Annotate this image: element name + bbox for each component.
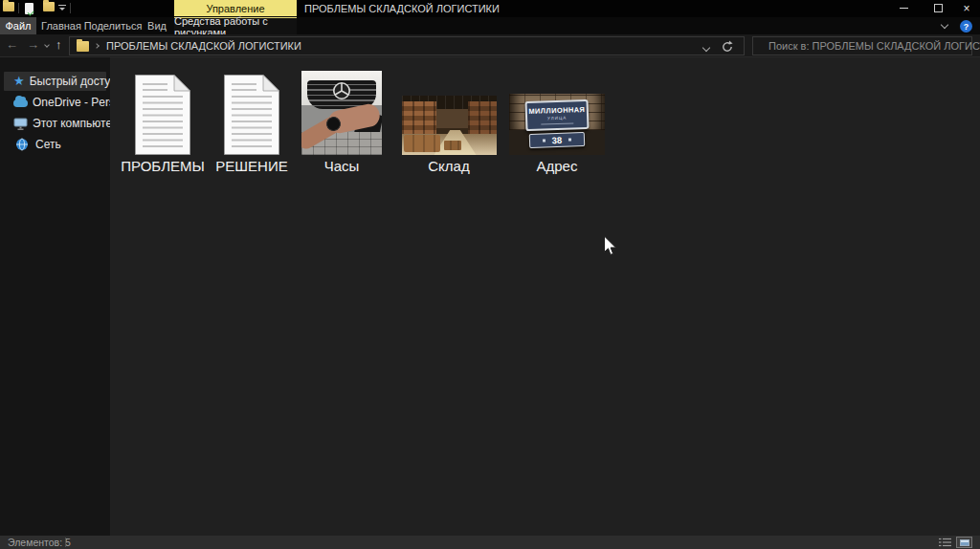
items-count: Элементов: 5 [8, 537, 71, 548]
close-button[interactable]: × [953, 0, 980, 16]
list-view-icon [939, 538, 951, 547]
chevron-down-icon [44, 42, 50, 48]
file-adres[interactable]: МИЛЛИОННАЯ УЛИЦА 38 Адрес [504, 67, 610, 174]
search-box[interactable]: Поиск в: ПРОБЛЕМЫ СКЛАДСКОЙ ЛОГИСТИКИ [752, 36, 972, 55]
back-button[interactable]: ← [6, 38, 18, 52]
breadcrumb[interactable]: ПРОБЛЕМЫ СКЛАДСКОЙ ЛОГИСТИКИ [106, 40, 301, 52]
chevron-down-icon [941, 21, 948, 29]
close-icon: × [963, 3, 969, 14]
street-sign-photo-thumbnail: МИЛЛИОННАЯ УЛИЦА 38 [509, 94, 605, 155]
file-label: Склад [396, 158, 501, 174]
thumbnails-view-icon [960, 539, 969, 546]
sidebar-item-network[interactable]: Сеть [4, 135, 106, 154]
street-name-sign: МИЛЛИОННАЯ УЛИЦА [524, 99, 589, 131]
tab-file[interactable]: Файл [0, 17, 36, 34]
house-number-text: 38 [552, 135, 563, 145]
properties-icon [25, 3, 33, 14]
mouse-cursor [603, 235, 617, 256]
sidebar-item-this-pc[interactable]: Этот компьютер [4, 114, 106, 133]
navigation-pane: ★ Быстрый доступ OneDrive - Personal Это… [0, 57, 110, 536]
help-button[interactable]: ? [960, 20, 972, 33]
tab-view[interactable]: Вид [144, 17, 170, 34]
search-placeholder: Поиск в: ПРОБЛЕМЫ СКЛАДСКОЙ ЛОГИСТИКИ [768, 40, 980, 52]
separator [70, 3, 71, 13]
file-list-area: ПРОБЛЕМЫ РЕШЕНИЕ [110, 57, 980, 536]
address-bar[interactable]: ПРОБЛЕМЫ СКЛАДСКОЙ ЛОГИСТИКИ [69, 36, 745, 55]
sidebar-item-label: Быстрый доступ [30, 75, 117, 88]
up-button[interactable]: ↑ [56, 38, 62, 52]
breadcrumb-chevron-icon [94, 43, 100, 49]
dropdown-arrow-icon [59, 8, 65, 11]
ribbon-collapse-button[interactable] [942, 22, 947, 28]
qat-new-folder-button[interactable] [43, 2, 55, 11]
maximize-button[interactable] [924, 0, 951, 16]
chevron-down-icon [702, 44, 710, 52]
computer-icon [13, 118, 28, 130]
navigation-bar: ← → ↑ ПРОБЛЕМЫ СКЛАДСКОЙ ЛОГИСТИКИ Поиск… [0, 34, 980, 57]
house-number-sign: 38 [529, 132, 585, 148]
qat-customize-button[interactable] [58, 5, 66, 11]
forward-button[interactable]: → [27, 38, 39, 52]
star-icon: ★ [13, 76, 25, 87]
separator [65, 538, 66, 547]
sidebar-item-onedrive[interactable]: OneDrive - Personal [4, 93, 106, 112]
menu-lines-icon [58, 5, 66, 6]
maximize-icon [934, 4, 943, 12]
qat-properties-button[interactable] [25, 3, 33, 14]
network-icon [15, 138, 29, 151]
ribbon-tab-bar: Файл Главная Поделиться Вид Средства раб… [0, 17, 980, 34]
watch-photo-thumbnail [301, 71, 382, 155]
qat-folder-button[interactable] [3, 2, 14, 11]
address-dropdown-button[interactable] [703, 45, 709, 51]
contextual-group-tab[interactable]: Управление [174, 0, 297, 16]
refresh-icon [721, 40, 734, 54]
street-type-text: УЛИЦА [527, 115, 587, 121]
mercedes-star-icon [332, 81, 351, 104]
cloud-icon [13, 99, 28, 107]
separator [18, 3, 19, 13]
folder-icon [77, 41, 89, 52]
file-chasy[interactable]: Часы [289, 67, 394, 174]
file-sklad[interactable]: Склад [396, 67, 501, 174]
title-bar: Управление ПРОБЛЕМЫ СКЛАДСКОЙ ЛОГИСТИКИ … [0, 0, 980, 17]
document-icon [135, 75, 190, 155]
document-icon [224, 75, 279, 155]
details-view-button[interactable] [937, 537, 953, 548]
tab-home[interactable]: Главная [40, 17, 82, 34]
tab-share[interactable]: Поделиться [88, 17, 138, 34]
warehouse-photo-thumbnail [402, 96, 497, 155]
sidebar-item-label: Этот компьютер [33, 117, 119, 130]
tab-picture-tools[interactable]: Средства работы с рисунками [174, 17, 297, 34]
file-label: Адрес [504, 158, 610, 174]
sidebar-item-quick-access[interactable]: ★ Быстрый доступ [4, 72, 106, 91]
thumbnails-view-button[interactable] [956, 537, 972, 548]
refresh-button[interactable] [721, 40, 734, 57]
status-bar: Элементов: 5 [0, 536, 980, 549]
folder-icon [43, 2, 55, 11]
recent-locations-button[interactable] [45, 43, 49, 47]
window-title: ПРОБЛЕМЫ СКЛАДСКОЙ ЛОГИСТИКИ [304, 3, 500, 14]
minimize-icon [900, 8, 908, 9]
sidebar-item-label: Сеть [35, 138, 61, 151]
minimize-button[interactable] [890, 0, 917, 16]
folder-icon [3, 2, 14, 11]
file-label: Часы [289, 158, 394, 174]
